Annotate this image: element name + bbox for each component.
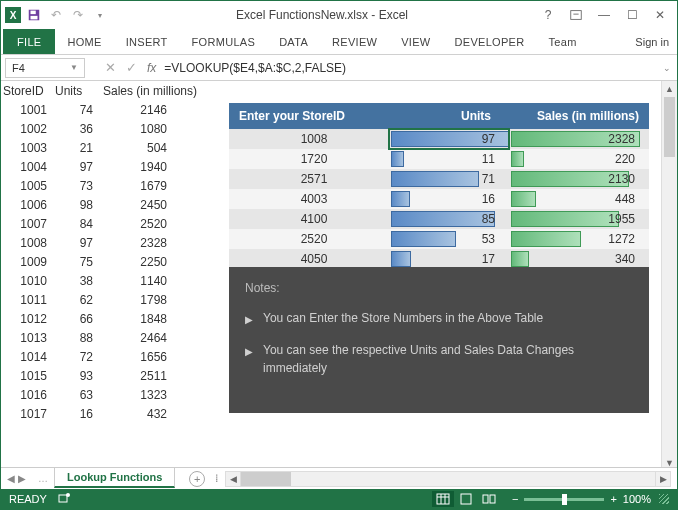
cell-sales[interactable]: 2511 xyxy=(101,369,221,383)
cell-sales[interactable]: 2450 xyxy=(101,198,221,212)
cell-units[interactable]: 38 xyxy=(53,274,101,288)
macro-record-icon[interactable] xyxy=(57,491,71,507)
lookup-storeid-cell[interactable]: 4100 xyxy=(229,209,389,229)
lookup-units-cell[interactable]: 53 xyxy=(389,229,509,249)
sheet-prev-icon[interactable]: ◀ xyxy=(7,473,15,484)
scroll-up-icon[interactable]: ▲ xyxy=(662,81,677,97)
cell-units[interactable]: 84 xyxy=(53,217,101,231)
zoom-knob[interactable] xyxy=(562,494,567,505)
cell-sales[interactable]: 1140 xyxy=(101,274,221,288)
cell-sales[interactable]: 1656 xyxy=(101,350,221,364)
cell-storeid[interactable]: 1015 xyxy=(1,369,53,383)
cell-storeid[interactable]: 1017 xyxy=(1,407,53,421)
lookup-storeid-cell[interactable]: 2520 xyxy=(229,229,389,249)
cell-units[interactable]: 97 xyxy=(53,160,101,174)
cell-units[interactable]: 66 xyxy=(53,312,101,326)
lookup-units-cell[interactable]: 97 xyxy=(389,129,509,149)
view-switcher[interactable] xyxy=(432,491,500,507)
lookup-row[interactable]: 400316448 xyxy=(229,189,649,209)
scroll-track[interactable] xyxy=(662,97,677,455)
resize-grip-icon[interactable] xyxy=(659,494,669,504)
view-page-layout-icon[interactable] xyxy=(455,491,477,507)
lookup-sales-cell[interactable]: 448 xyxy=(509,189,649,209)
tab-data[interactable]: DATA xyxy=(267,29,320,54)
tab-file[interactable]: FILE xyxy=(3,29,55,54)
lookup-storeid-cell[interactable]: 4050 xyxy=(229,249,389,269)
formula-expand-icon[interactable]: ⌄ xyxy=(657,63,677,73)
cell-storeid[interactable]: 1012 xyxy=(1,312,53,326)
cell-units[interactable]: 73 xyxy=(53,179,101,193)
lookup-units-cell[interactable]: 71 xyxy=(389,169,509,189)
hscroll-thumb[interactable] xyxy=(241,472,291,486)
lookup-row[interactable]: 1008972328 xyxy=(229,129,649,149)
lookup-row[interactable]: 4100851955 xyxy=(229,209,649,229)
tab-team[interactable]: Team xyxy=(537,29,589,54)
cell-units[interactable]: 93 xyxy=(53,369,101,383)
cell-sales[interactable]: 1848 xyxy=(101,312,221,326)
minimize-icon[interactable]: — xyxy=(591,5,617,25)
ribbon-options-icon[interactable] xyxy=(563,5,589,25)
save-icon[interactable] xyxy=(25,6,43,24)
cell-units[interactable]: 97 xyxy=(53,236,101,250)
hscroll-track[interactable] xyxy=(241,471,655,487)
cell-sales[interactable]: 2520 xyxy=(101,217,221,231)
lookup-sales-cell[interactable]: 340 xyxy=(509,249,649,269)
tab-home[interactable]: HOME xyxy=(55,29,113,54)
hscroll-right-icon[interactable]: ▶ xyxy=(655,471,671,487)
cell-storeid[interactable]: 1011 xyxy=(1,293,53,307)
lookup-sales-cell[interactable]: 2130 xyxy=(509,169,649,189)
sheet-tab-active[interactable]: Lookup Functions xyxy=(54,468,175,488)
cell-storeid[interactable]: 1009 xyxy=(1,255,53,269)
tab-developer[interactable]: DEVELOPER xyxy=(443,29,537,54)
lookup-row[interactable]: 172011220 xyxy=(229,149,649,169)
cell-units[interactable]: 75 xyxy=(53,255,101,269)
cell-sales[interactable]: 1323 xyxy=(101,388,221,402)
tab-insert[interactable]: INSERT xyxy=(114,29,180,54)
cell-sales[interactable]: 2146 xyxy=(101,103,221,117)
cell-units[interactable]: 21 xyxy=(53,141,101,155)
cell-sales[interactable]: 1798 xyxy=(101,293,221,307)
zoom-level[interactable]: 100% xyxy=(623,493,651,505)
view-page-break-icon[interactable] xyxy=(478,491,500,507)
cell-storeid[interactable]: 1008 xyxy=(1,236,53,250)
lookup-storeid-cell[interactable]: 1720 xyxy=(229,149,389,169)
undo-icon[interactable]: ↶ xyxy=(47,6,65,24)
zoom-in-icon[interactable]: + xyxy=(610,493,616,505)
cell-sales[interactable]: 2464 xyxy=(101,331,221,345)
lookup-sales-cell[interactable]: 1955 xyxy=(509,209,649,229)
qat-dropdown-icon[interactable]: ▾ xyxy=(91,6,109,24)
lookup-units-cell[interactable]: 85 xyxy=(389,209,509,229)
tab-review[interactable]: REVIEW xyxy=(320,29,389,54)
cancel-formula-icon[interactable]: ✕ xyxy=(105,60,116,75)
cell-sales[interactable]: 1940 xyxy=(101,160,221,174)
cell-storeid[interactable]: 1003 xyxy=(1,141,53,155)
lookup-units-cell[interactable]: 17 xyxy=(389,249,509,269)
lookup-sales-cell[interactable]: 2328 xyxy=(509,129,649,149)
lookup-sales-cell[interactable]: 220 xyxy=(509,149,649,169)
cell-storeid[interactable]: 1014 xyxy=(1,350,53,364)
cell-storeid[interactable]: 1010 xyxy=(1,274,53,288)
lookup-storeid-cell[interactable]: 1008 xyxy=(229,129,389,149)
cell-units[interactable]: 72 xyxy=(53,350,101,364)
inactive-sheet-ellipsis[interactable]: … xyxy=(32,473,54,484)
close-icon[interactable]: ✕ xyxy=(647,5,673,25)
lookup-storeid-cell[interactable]: 4003 xyxy=(229,189,389,209)
cell-storeid[interactable]: 1002 xyxy=(1,122,53,136)
lookup-row[interactable]: 405017340 xyxy=(229,249,649,269)
cell-units[interactable]: 88 xyxy=(53,331,101,345)
lookup-units-cell[interactable]: 11 xyxy=(389,149,509,169)
cell-units[interactable]: 63 xyxy=(53,388,101,402)
name-box-dropdown-icon[interactable]: ▼ xyxy=(70,63,78,72)
horizontal-scrollbar[interactable]: ◀ ▶ xyxy=(225,471,671,487)
tab-view[interactable]: VIEW xyxy=(389,29,442,54)
hscroll-left-icon[interactable]: ◀ xyxy=(225,471,241,487)
lookup-row[interactable]: 2520531272 xyxy=(229,229,649,249)
zoom-slider[interactable] xyxy=(524,498,604,501)
sheet-nav[interactable]: ◀▶ xyxy=(1,473,32,484)
lookup-sales-cell[interactable]: 1272 xyxy=(509,229,649,249)
cell-sales[interactable]: 432 xyxy=(101,407,221,421)
cell-sales[interactable]: 2328 xyxy=(101,236,221,250)
help-icon[interactable]: ? xyxy=(535,5,561,25)
zoom-controls[interactable]: − + 100% xyxy=(512,493,651,505)
cell-storeid[interactable]: 1001 xyxy=(1,103,53,117)
